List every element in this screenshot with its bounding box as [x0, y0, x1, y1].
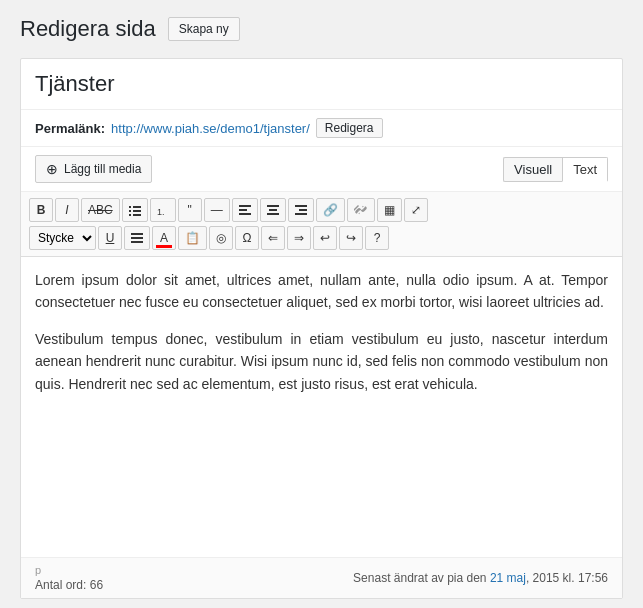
underline-button[interactable]: U	[98, 226, 122, 250]
content-paragraph-1: Lorem ipsum dolor sit amet, ultrices ame…	[35, 269, 608, 314]
word-count: Antal ord: 66	[35, 578, 103, 592]
editor-footer: p Antal ord: 66 Senast ändrat av pia den…	[21, 557, 622, 598]
svg-rect-8	[239, 209, 247, 211]
last-saved-date-link[interactable]: 21 maj	[490, 571, 526, 585]
status-tag: p	[35, 564, 103, 576]
ordered-list-button[interactable]: 1.	[150, 198, 176, 222]
link-button[interactable]: 🔗	[316, 198, 345, 222]
toolbar-row-2: Stycke U A 📋 ◎ Ω ⇐ ⇒ ↩ ↪ ?	[29, 226, 614, 250]
indent-button[interactable]: ⇒	[287, 226, 311, 250]
insert-button[interactable]: ▦	[377, 198, 402, 222]
permalink-row: Permalänk: http://www.piah.se/demo1/tjan…	[21, 110, 622, 147]
paste-word-button[interactable]: 📋	[178, 226, 207, 250]
permalink-edit-button[interactable]: Redigera	[316, 118, 383, 138]
tab-visual[interactable]: Visuell	[503, 157, 562, 182]
permalink-url[interactable]: http://www.piah.se/demo1/tjanster/	[111, 121, 310, 136]
add-media-icon: ⊕	[46, 161, 58, 177]
create-new-button[interactable]: Skapa ny	[168, 17, 240, 41]
paragraph-select[interactable]: Stycke	[29, 226, 96, 250]
fullscreen-button[interactable]: ⤢	[404, 198, 428, 222]
undo-button[interactable]: ↩	[313, 226, 337, 250]
blockquote-button[interactable]: "	[178, 198, 202, 222]
content-paragraph-2: Vestibulum tempus donec, vestibulum in e…	[35, 328, 608, 395]
editor-toolbar: B I ABC 1. " — �	[21, 192, 622, 257]
editor-container: Permalänk: http://www.piah.se/demo1/tjan…	[20, 58, 623, 599]
help-button[interactable]: ?	[365, 226, 389, 250]
align-right-button[interactable]	[288, 198, 314, 222]
redo-button[interactable]: ↪	[339, 226, 363, 250]
outdent-button[interactable]: ⇐	[261, 226, 285, 250]
justify-button[interactable]	[124, 226, 150, 250]
svg-rect-18	[131, 241, 143, 243]
view-tabs: Visuell Text	[503, 157, 608, 182]
svg-rect-9	[239, 213, 251, 215]
align-center-button[interactable]	[260, 198, 286, 222]
italic-button[interactable]: I	[55, 198, 79, 222]
svg-rect-4	[129, 214, 131, 216]
permalink-label: Permalänk:	[35, 121, 105, 136]
svg-rect-15	[295, 213, 307, 215]
svg-rect-0	[129, 206, 131, 208]
page-title: Redigera sida	[20, 16, 156, 42]
editor-content[interactable]: Lorem ipsum dolor sit amet, ultrices ame…	[21, 257, 622, 557]
unordered-list-button[interactable]	[122, 198, 148, 222]
page-title-input[interactable]	[35, 71, 608, 97]
special-char-button[interactable]: Ω	[235, 226, 259, 250]
svg-rect-1	[133, 206, 141, 208]
svg-rect-12	[267, 213, 279, 215]
align-left-button[interactable]	[232, 198, 258, 222]
bold-button[interactable]: B	[29, 198, 53, 222]
svg-rect-5	[133, 214, 141, 216]
tab-text[interactable]: Text	[562, 157, 608, 182]
add-media-button[interactable]: ⊕ Lägg till media	[35, 155, 152, 183]
svg-rect-14	[299, 209, 307, 211]
svg-rect-11	[269, 209, 277, 211]
strikethrough-button[interactable]: ABC	[81, 198, 120, 222]
svg-rect-3	[133, 210, 141, 212]
footer-left: p Antal ord: 66	[35, 564, 103, 592]
media-toolbar-row: ⊕ Lägg till media Visuell Text	[21, 147, 622, 192]
svg-rect-7	[239, 205, 251, 207]
svg-text:1.: 1.	[157, 207, 165, 216]
svg-rect-17	[131, 237, 143, 239]
svg-rect-2	[129, 210, 131, 212]
footer-right: Senast ändrat av pia den 21 maj, 2015 kl…	[353, 571, 608, 585]
hr-button[interactable]: —	[204, 198, 230, 222]
clear-format-button[interactable]: ◎	[209, 226, 233, 250]
unlink-button[interactable]	[347, 198, 375, 222]
svg-rect-16	[131, 233, 143, 235]
toolbar-row-1: B I ABC 1. " — �	[29, 198, 614, 222]
svg-rect-10	[267, 205, 279, 207]
title-section	[21, 59, 622, 110]
text-color-button[interactable]: A	[152, 226, 176, 250]
svg-rect-13	[295, 205, 307, 207]
